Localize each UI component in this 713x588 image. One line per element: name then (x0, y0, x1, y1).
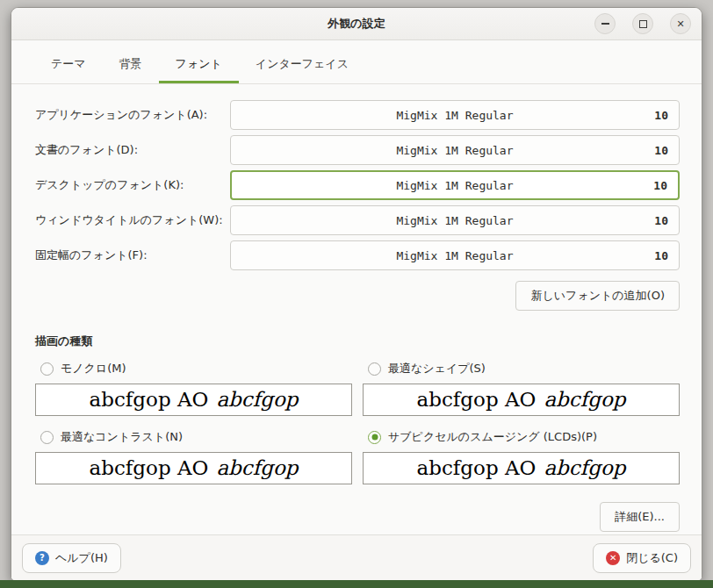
font-size: 10 (653, 179, 667, 192)
titlebar: 外観の設定 ✕ (11, 8, 702, 40)
radio-icon[interactable] (40, 362, 54, 376)
radio-label[interactable]: 最適なコントラスト(N) (61, 429, 183, 445)
preview-text-italic: abcfgop (216, 384, 298, 415)
font-row-application: アプリケーションのフォント(A): MigMix 1M Regular 10 (35, 100, 680, 130)
minimize-icon (601, 23, 609, 25)
preview-text-italic: abcfgop (544, 384, 625, 415)
details-row: 詳細(E)... (35, 502, 680, 532)
maximize-icon (639, 20, 647, 28)
monospace-font-button[interactable]: MigMix 1M Regular 10 (230, 240, 680, 270)
font-row-desktop: デスクトップのフォント(K): MigMix 1M Regular 10 (35, 170, 680, 200)
font-row-window-title: ウィンドウタイトルのフォント(W): MigMix 1M Regular 10 (35, 205, 680, 235)
footer-bar: ? ヘルプ(H) ✕ 閉じる(C) (11, 534, 702, 580)
radio-option-best-shapes[interactable]: 最適なシェイプ(S) (363, 360, 680, 377)
font-name: MigMix 1M Regular (396, 179, 513, 192)
minimize-button[interactable] (594, 13, 616, 34)
font-size: 10 (654, 249, 668, 262)
radio-icon[interactable] (40, 431, 54, 444)
radio-label[interactable]: モノクロ(M) (61, 361, 126, 376)
font-row-document: 文書のフォント(D): MigMix 1M Regular 10 (35, 135, 680, 165)
font-name: MigMix 1M Regular (396, 214, 513, 227)
preview-text-italic: abcfgop (216, 453, 298, 484)
help-icon: ? (35, 551, 49, 565)
maximize-button[interactable] (632, 13, 653, 34)
font-row-label: アプリケーションのフォント(A): (35, 107, 230, 123)
radio-label[interactable]: 最適なシェイプ(S) (388, 361, 486, 376)
preview-subpixel-smoothing: abcfgop AO abcfgop (363, 452, 680, 484)
font-size: 10 (654, 109, 668, 122)
font-size: 10 (654, 144, 668, 157)
close-dialog-icon: ✕ (606, 551, 620, 565)
help-button[interactable]: ? ヘルプ(H) (22, 543, 121, 573)
font-row-label: 文書のフォント(D): (35, 142, 230, 158)
radio-icon[interactable] (368, 431, 381, 444)
close-window-button[interactable]: ✕ (670, 13, 691, 34)
font-row-monospace: 固定幅のフォント(F): MigMix 1M Regular 10 (35, 240, 680, 270)
add-font-row: 新しいフォントの追加(O) (35, 281, 680, 311)
font-row-label: デスクトップのフォント(K): (35, 177, 230, 193)
window-title: 外観の設定 (328, 16, 385, 32)
preview-best-shapes: abcfgop AO abcfgop (363, 384, 680, 416)
font-row-label: 固定幅のフォント(F): (35, 247, 230, 263)
radio-option-best-contrast[interactable]: 最適なコントラスト(N) (35, 428, 352, 446)
application-font-button[interactable]: MigMix 1M Regular 10 (230, 100, 680, 130)
help-button-label: ヘルプ(H) (55, 550, 108, 566)
tab-bar: テーマ 背景 フォント インターフェイス (11, 40, 702, 84)
fonts-tab-content: アプリケーションのフォント(A): MigMix 1M Regular 10 文… (11, 84, 702, 534)
details-button[interactable]: 詳細(E)... (600, 502, 680, 532)
tab-theme[interactable]: テーマ (34, 47, 103, 83)
close-button-label: 閉じる(C) (626, 550, 678, 566)
radio-label[interactable]: サブピクセルのスムージング (LCDs)(P) (388, 429, 597, 445)
tab-background[interactable]: 背景 (103, 47, 159, 83)
font-name: MigMix 1M Regular (396, 109, 513, 122)
document-font-button[interactable]: MigMix 1M Regular 10 (230, 135, 680, 165)
appearance-settings-window: 外観の設定 ✕ テーマ 背景 フォント インターフェイス アプリケーションのフォ… (11, 7, 702, 581)
tab-fonts[interactable]: フォント (159, 47, 239, 83)
close-icon: ✕ (676, 19, 684, 29)
preview-text-italic: abcfgop (544, 453, 625, 484)
window-title-font-button[interactable]: MigMix 1M Regular 10 (230, 205, 680, 235)
preview-text-regular: abcfgop AO (89, 384, 208, 415)
window-controls: ✕ (594, 8, 691, 39)
radio-option-subpixel-smoothing[interactable]: サブピクセルのスムージング (LCDs)(P) (363, 428, 680, 446)
font-size: 10 (654, 214, 668, 227)
preview-monochrome: abcfgop AO abcfgop (35, 384, 352, 416)
font-name: MigMix 1M Regular (396, 249, 513, 262)
preview-text-regular: abcfgop AO (416, 453, 536, 484)
desktop-font-button[interactable]: MigMix 1M Regular 10 (230, 170, 680, 200)
radio-icon[interactable] (368, 362, 381, 376)
close-button[interactable]: ✕ 閉じる(C) (593, 543, 691, 573)
rendering-heading: 描画の種類 (35, 333, 680, 349)
desktop-background-strip (0, 580, 713, 588)
preview-best-contrast: abcfgop AO abcfgop (35, 452, 352, 484)
preview-text-regular: abcfgop AO (89, 453, 208, 484)
add-font-button[interactable]: 新しいフォントの追加(O) (515, 281, 680, 311)
font-name: MigMix 1M Regular (396, 144, 513, 157)
preview-text-regular: abcfgop AO (416, 384, 536, 415)
rendering-options-grid: モノクロ(M) 最適なシェイプ(S) abcfgop AO abcfgop ab… (35, 360, 680, 497)
tab-interface[interactable]: インターフェイス (239, 47, 365, 83)
radio-option-monochrome[interactable]: モノクロ(M) (35, 360, 352, 377)
font-row-label: ウィンドウタイトルのフォント(W): (35, 212, 230, 228)
